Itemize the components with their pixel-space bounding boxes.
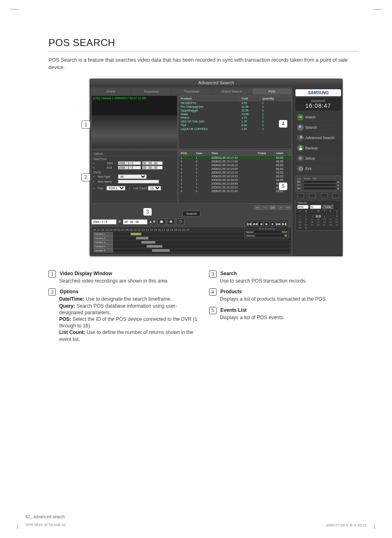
cal-date[interactable]: 27 <box>321 224 327 226</box>
cal-date[interactable]: 8 <box>334 215 339 218</box>
speed-slider[interactable] <box>254 231 281 233</box>
cal-date[interactable]: 28 <box>327 224 333 226</box>
event-row[interactable]: 112008/01/30 16:20:2560.00 <box>179 178 291 182</box>
cal-date[interactable]: 30 <box>297 227 303 229</box>
cal-date[interactable]: 4 <box>309 215 315 218</box>
pager-first[interactable]: << <box>254 205 261 210</box>
goto-date-input[interactable] <box>91 219 117 225</box>
camera-row[interactable]: Camera 3 <box>93 240 290 244</box>
cal-date[interactable]: 14 <box>327 218 333 220</box>
cal-date[interactable]: 23 <box>297 224 303 226</box>
cal-date[interactable]: 24 <box>303 224 309 226</box>
snapshot-icon[interactable] <box>157 218 166 225</box>
slider-sh[interactable]: SH▲ <box>297 187 339 190</box>
slider-br[interactable]: BR▲ <box>297 181 339 183</box>
pos-select[interactable]: POS 1 <box>106 186 125 190</box>
start-date-input[interactable] <box>118 161 141 165</box>
back-button[interactable]: ◀ <box>258 221 263 226</box>
cal-month[interactable] <box>310 205 321 209</box>
cal-date[interactable]: 10 <box>303 218 309 220</box>
refresh-icon[interactable] <box>176 218 184 225</box>
event-row[interactable]: 112008/01/30 16:20:5360.00 <box>179 186 291 189</box>
fwd-button[interactable]: ▶▶ <box>276 221 281 226</box>
cal-date[interactable]: 20 <box>321 221 327 223</box>
slider-co[interactable]: CO▲ <box>297 184 339 186</box>
cal-date[interactable]: 19 <box>316 221 321 223</box>
cal-date[interactable]: 26 <box>316 224 321 226</box>
cal-date[interactable]: 15 <box>334 218 339 220</box>
layout-icon[interactable] <box>297 193 304 198</box>
cal-date[interactable]: 9 <box>297 218 303 220</box>
tab-pos[interactable]: POS <box>252 88 292 95</box>
cal-date[interactable]: 7 <box>327 215 333 218</box>
cal-date[interactable]: 13 <box>321 218 327 220</box>
cal-date[interactable]: 22 <box>334 221 339 223</box>
cal-date[interactable]: 18 <box>309 221 315 223</box>
layout-icon[interactable] <box>321 193 327 198</box>
tab-object-search[interactable]: Object Search <box>212 88 251 95</box>
layout-icon[interactable] <box>309 193 316 198</box>
cal-date[interactable]: 5 <box>316 215 321 218</box>
menu-backup[interactable]: 💾Backup <box>295 143 341 153</box>
pager-next[interactable]: > <box>278 205 284 210</box>
layout-icon[interactable] <box>332 193 339 198</box>
product-row[interactable]: FRIES1.751 <box>179 116 291 120</box>
event-row[interactable]: 112008/01/30 16:17:5940.00 <box>179 160 291 163</box>
event-row[interactable]: 112008/01/30 16:19:0460.00 <box>179 167 291 171</box>
video-display-window[interactable]: [C01] Camera 1 2008/02/17 02:47:12.490 <box>91 95 178 149</box>
camera-row[interactable]: Camera 4 <box>93 244 290 248</box>
stop-button[interactable]: ■ <box>270 221 275 226</box>
goto-time-input[interactable] <box>123 219 148 225</box>
event-row[interactable]: 112008/01/30 16:18:1260.00 <box>179 163 291 167</box>
cal-date[interactable]: 12 <box>316 218 321 220</box>
first-button[interactable]: ▮◀ <box>246 221 251 226</box>
search-button[interactable]: Search <box>182 211 200 217</box>
cal-date[interactable]: 1 <box>334 212 339 215</box>
volume-slider[interactable] <box>256 235 283 237</box>
cal-date[interactable]: 11 <box>309 218 315 220</box>
end-date-input[interactable] <box>118 166 141 169</box>
cal-year[interactable] <box>297 205 309 209</box>
event-row[interactable]: 112008/01/30 16:19:3360.00 <box>179 174 291 178</box>
menu-exit[interactable]: ⏻Exit <box>295 164 341 174</box>
pager-prev[interactable]: < <box>262 205 268 210</box>
cal-date[interactable]: 25 <box>309 224 315 226</box>
event-row[interactable]: 112008/01/30 16:20:4040.00 <box>179 182 291 186</box>
info-tab[interactable]: Info <box>313 177 317 180</box>
list-count-select[interactable]: 10 <box>148 186 161 190</box>
tab-thumbnail[interactable]: Thumbnail <box>172 88 211 95</box>
tab-sequence[interactable]: Sequence <box>131 88 171 95</box>
end-time-input[interactable] <box>142 166 163 169</box>
product-row[interactable]: VEG OF THE DAY1.751 <box>179 120 291 123</box>
product-row[interactable]: Carpetbagger23.951 <box>179 109 291 112</box>
cal-date[interactable]: 21 <box>327 221 333 223</box>
cal-date[interactable]: 17 <box>303 221 309 223</box>
event-tab[interactable]: Event <box>304 177 310 180</box>
camera-row[interactable]: Camera 5 <box>93 248 290 253</box>
tab-event[interactable]: Event <box>91 88 131 95</box>
product-row[interactable]: TEA0.901 <box>179 123 291 127</box>
item-type-select[interactable]: All <box>118 174 147 179</box>
last-button[interactable]: ▶▮ <box>282 221 287 226</box>
today-button[interactable]: Today <box>323 205 333 209</box>
menu-setup[interactable]: ⚙Setup <box>295 153 341 164</box>
adj-tab[interactable]: Adj. <box>297 177 301 180</box>
cal-date[interactable]: 3 <box>303 215 309 218</box>
product-row[interactable]: Prk Champignons12.951 <box>179 105 291 109</box>
cal-date[interactable]: 29 <box>334 224 339 226</box>
item-name-input[interactable] <box>118 180 159 183</box>
mute-icon[interactable]: 🔇 <box>284 234 287 237</box>
cal-date[interactable]: 2 <box>297 215 303 218</box>
print-icon[interactable] <box>167 218 175 225</box>
product-row[interactable]: DESSERTS3.251 <box>179 101 291 105</box>
product-row[interactable]: LIQUEUR COFFEES3.251 <box>179 127 291 131</box>
prev-button[interactable]: ◀◀ <box>252 221 258 226</box>
play-button[interactable]: ▶ <box>264 221 269 226</box>
event-row[interactable]: 112008/01/30 16:21:4560.00 <box>179 189 291 193</box>
cal-date[interactable]: 31 <box>303 227 309 229</box>
menu-advanced-search[interactable]: 🔎Advanced Search <box>295 133 341 143</box>
cal-date[interactable]: 16 <box>297 221 303 223</box>
event-row[interactable]: 112008/01/30 16:17:4460.00 <box>179 156 291 160</box>
menu-search[interactable]: 🔍Search <box>295 123 341 133</box>
pager-last[interactable]: >> <box>284 205 292 210</box>
